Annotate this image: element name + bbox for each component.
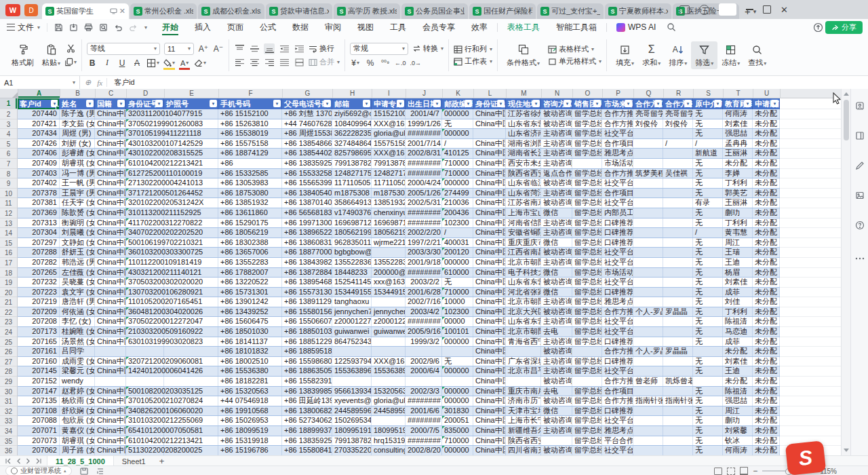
data-cell[interactable]: 亮哥留学 [633, 109, 663, 119]
data-cell[interactable]: 主动咨询 [541, 159, 572, 168]
data-cell[interactable]: 1999/3/2 [406, 337, 442, 347]
data-cell[interactable]: +86 17882007 [218, 268, 282, 278]
data-cell[interactable]: 山东省临沂 [506, 178, 541, 188]
data-cell[interactable]: 未分配 [753, 366, 780, 376]
data-cell[interactable]: 唐浩轩 (男 [60, 297, 95, 307]
data-cell[interactable]: +86 15580156591 [282, 307, 332, 317]
data-cell[interactable]: 曾老师 [633, 377, 663, 386]
data-cell[interactable]: +86 15026953 [218, 416, 282, 425]
data-cell[interactable] [633, 238, 663, 248]
data-cell[interactable] [663, 218, 693, 228]
data-cell[interactable]: +86 13851932 [218, 198, 282, 208]
menu-item-插入[interactable]: 插入 [186, 19, 219, 35]
data-cell[interactable]: +86 52734062 [282, 416, 332, 425]
column-header-L[interactable]: L [474, 89, 507, 98]
data-cell[interactable]: 207232 [18, 278, 60, 287]
data-cell[interactable]: 微信 [541, 288, 572, 297]
data-cell[interactable]: 李婵 [723, 169, 753, 178]
data-cell[interactable] [633, 387, 663, 396]
row-number-10[interactable]: 10 [0, 189, 18, 199]
data-cell[interactable]: ######## [406, 416, 442, 425]
close-button[interactable]: ✕ [781, 5, 788, 14]
data-cell[interactable]: China中国 [95, 189, 126, 198]
data-cell[interactable] [633, 258, 663, 267]
data-cell[interactable] [633, 248, 663, 257]
data-cell[interactable]: China中国 [473, 278, 506, 287]
header-cell-邮政编码[interactable]: 邮政编码▼ [442, 98, 473, 109]
avatar[interactable] [719, 3, 736, 16]
scroll-up-icon[interactable] [844, 92, 849, 96]
scroll-down-icon[interactable] [844, 449, 849, 452]
data-cell[interactable]: 无 [442, 119, 473, 129]
data-cell[interactable]: 周江 [723, 406, 753, 416]
menu-item-数据[interactable]: 数据 [284, 19, 317, 35]
data-cell[interactable]: China中国 [95, 268, 126, 278]
data-cell[interactable]: 李文茹 (女 [60, 119, 95, 129]
menu-item-效率[interactable]: 效率 [463, 19, 496, 35]
data-cell[interactable]: 835000 [442, 426, 473, 436]
data-cell[interactable] [693, 347, 723, 356]
data-cell[interactable]: 200000@qq [372, 268, 406, 278]
data-cell[interactable]: 山东省东营 [506, 278, 541, 287]
data-cell[interactable]: China中国 [473, 268, 506, 278]
data-cell[interactable]: 207223 [18, 288, 60, 297]
data-cell[interactable]: 王丽淋 [723, 149, 753, 158]
data-cell[interactable]: 黄韦慧 [723, 228, 753, 238]
column-header-U[interactable]: U [753, 89, 781, 98]
header-cell-护照号[interactable]: 护照号▼ [164, 98, 218, 109]
data-cell[interactable]: +86 15575158 [218, 139, 282, 149]
align-middle-icon[interactable] [249, 43, 260, 54]
align-center-icon[interactable] [249, 57, 260, 68]
data-cell[interactable]: 207381 [18, 198, 60, 208]
table-style-button[interactable]: 表格样式▾ [548, 44, 601, 54]
data-cell[interactable]: 江西省南昌 [506, 248, 541, 257]
row-number-5[interactable]: 5 [0, 139, 18, 149]
redo-icon[interactable] [129, 23, 138, 32]
data-cell[interactable]: China中国 [473, 159, 506, 168]
data-cell[interactable]: +86 18863505000 [282, 366, 332, 376]
data-cell[interactable]: 合作方推荐 [602, 169, 633, 178]
data-cell[interactable]: 370105199411221118 [126, 129, 164, 138]
data-cell[interactable]: China中国 [95, 436, 126, 446]
data-cell[interactable]: +86 13835925706 [282, 436, 332, 446]
data-cell[interactable]: 被动咨询 [541, 446, 572, 455]
data-cell[interactable]: 未分配 [753, 129, 780, 138]
data-cell[interactable] [663, 416, 693, 425]
data-cell[interactable] [633, 406, 663, 416]
data-cell[interactable]: 155363896 [332, 366, 372, 376]
data-cell[interactable]: China中国 [95, 366, 126, 376]
image-icon[interactable] [855, 191, 865, 203]
data-cell[interactable]: 济南市历下 [506, 396, 541, 406]
data-cell[interactable]: 153449155 [372, 288, 406, 297]
data-cell[interactable]: 500108200203035125 [126, 387, 164, 396]
data-cell[interactable]: 山东省东营 [506, 119, 541, 129]
data-cell[interactable]: 2005/1/26 [406, 189, 442, 198]
data-cell[interactable]: 200436 [442, 208, 473, 218]
data-cell[interactable]: 无 [693, 268, 723, 278]
data-cell[interactable]: 冯一博 (男 [60, 169, 95, 178]
data-cell[interactable]: +86 13840540988 [282, 189, 332, 198]
data-cell[interactable]: 留学总经办 [572, 278, 602, 287]
data-cell[interactable]: 包欣辰 (女 [60, 416, 95, 425]
data-cell[interactable] [332, 377, 372, 386]
column-header-E[interactable]: E [165, 89, 219, 98]
data-cell[interactable] [663, 297, 693, 307]
filter-dropdown-icon[interactable]: ▼ [684, 100, 692, 107]
data-cell[interactable]: +86 18056219 [218, 228, 282, 238]
data-cell[interactable]: China中国 [95, 416, 126, 425]
data-cell[interactable]: 蒯玏 [723, 208, 753, 218]
data-cell[interactable] [164, 347, 218, 356]
filter-dropdown-icon[interactable]: ▼ [397, 100, 404, 107]
data-cell[interactable]: 衡琬明 (女 [60, 218, 95, 228]
data-cell[interactable]: 被动咨询 [541, 396, 572, 406]
data-cell[interactable]: 2001/6/28 [406, 288, 442, 297]
increase-decimal-button[interactable]: ←.0 [395, 58, 406, 69]
data-cell[interactable]: +44 07546918 [218, 396, 282, 406]
data-cell[interactable]: wjrme221@ [372, 238, 406, 248]
data-cell[interactable]: 主动咨询 [541, 218, 572, 228]
data-cell[interactable] [633, 416, 663, 425]
row-number-12[interactable]: 12 [0, 208, 18, 218]
data-cell[interactable] [95, 377, 126, 386]
file-tab[interactable]: S宁夏教师样本.xlsx [605, 3, 671, 19]
data-cell[interactable]: ######## [406, 317, 442, 326]
